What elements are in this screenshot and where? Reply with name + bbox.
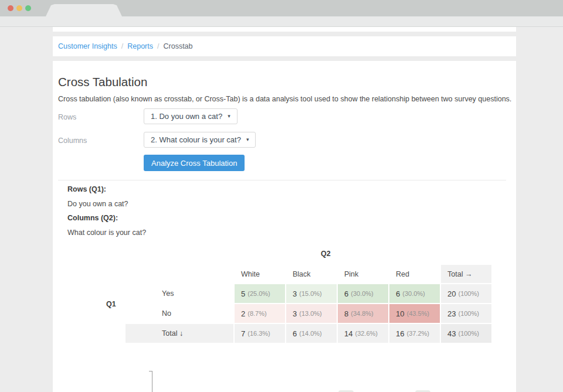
cell-percent: (32.6%) (355, 330, 378, 337)
cell-count: 8 (344, 309, 348, 318)
cell-count: 6 (344, 289, 348, 298)
table-cell-total: 23 (100%) (441, 304, 491, 323)
breadcrumb-link-reports[interactable]: Reports (127, 42, 153, 50)
cell-count: 16 (396, 329, 404, 338)
table-cell: 6 (30.0%) (389, 284, 440, 303)
breadcrumb-link-customer-insights[interactable]: Customer Insights (58, 42, 117, 50)
cell-count: 43 (447, 329, 456, 338)
chart-axis-tick (149, 371, 152, 371)
cell-percent: (16.3%) (247, 330, 270, 337)
analyze-button[interactable]: Analyze Cross Tabulation (144, 155, 245, 171)
table-cell: 3 (15.0%) (286, 284, 337, 303)
summary-rows-heading: Rows (Q1): (67, 185, 106, 193)
cell-count: 6 (396, 289, 400, 298)
row-axis-label: Q1 (106, 300, 116, 308)
chart-y-axis (152, 371, 152, 392)
main-content: Cross Tabulation Cross tabulation (also … (53, 61, 516, 392)
summary-rows-question: Do you own a cat? (67, 200, 128, 208)
table-cell-grand-total: 43 (100%) (441, 324, 491, 343)
cell-count: 5 (241, 289, 245, 298)
minimize-button[interactable] (16, 5, 22, 11)
row-header-no: No (126, 304, 233, 323)
crosstab-table: White Black Pink Red Total → Yes 5 (25.0… (126, 265, 491, 343)
column-header-white: White (235, 265, 285, 283)
summary-columns-question: What colour is your cat? (67, 229, 146, 237)
rows-select-value: 1. Do you own a cat? (151, 112, 222, 121)
browser-titlebar (0, 0, 563, 16)
columns-select-value: 2. What colour is your cat? (151, 135, 241, 144)
rows-field-label: Rows (58, 113, 76, 121)
column-header-total: Total → (441, 265, 491, 283)
cell-count: 6 (293, 329, 297, 338)
table-cell: 6 (30.0%) (338, 284, 388, 303)
close-button[interactable] (8, 5, 13, 11)
page-description: Cross tabulation (also known as crosstab… (58, 95, 511, 103)
cell-percent: (100%) (458, 290, 479, 297)
cell-count: 2 (241, 309, 245, 318)
column-axis-label: Q2 (321, 250, 331, 258)
columns-field-label: Columns (58, 137, 87, 145)
rows-select[interactable]: 1. Do you own a cat? ▾ (144, 108, 238, 124)
cell-percent: (37.2%) (406, 330, 429, 337)
table-cell: 8 (34.8%) (338, 304, 388, 323)
breadcrumb-separator: / (121, 42, 123, 50)
section-divider (58, 180, 506, 180)
table-cell: 10 (43.5%) (389, 304, 440, 323)
table-cell: 5 (25.0%) (235, 284, 285, 303)
page-top-strip (53, 27, 516, 32)
row-header-yes: Yes (126, 284, 233, 303)
cell-count: 10 (396, 309, 404, 318)
table-cell-total: 14 (32.6%) (338, 324, 388, 343)
columns-select[interactable]: 2. What colour is your cat? ▾ (144, 132, 256, 148)
breadcrumb: Customer Insights / Reports / Crosstab (53, 36, 516, 56)
cell-percent: (34.8%) (351, 310, 374, 317)
table-cell-total: 7 (16.3%) (235, 324, 285, 343)
cell-count: 3 (293, 309, 297, 318)
cell-percent: (100%) (458, 330, 479, 337)
cell-percent: (13.0%) (299, 310, 322, 317)
cell-count: 20 (447, 289, 456, 298)
cell-percent: (8.7%) (247, 310, 266, 317)
table-cell: 3 (13.0%) (286, 304, 337, 323)
cell-count: 14 (344, 329, 352, 338)
chevron-down-icon: ▾ (246, 137, 249, 142)
chevron-down-icon: ▾ (228, 114, 230, 119)
browser-toolbar (0, 16, 563, 27)
cell-percent: (43.5%) (406, 310, 429, 317)
cell-percent: (14.0%) (299, 330, 322, 337)
cell-percent: (30.0%) (351, 290, 374, 297)
table-cell: 2 (8.7%) (235, 304, 285, 323)
row-header-total: Total ↓ (126, 324, 233, 343)
column-header-black: Black (286, 265, 337, 283)
cell-percent: (100%) (458, 310, 479, 317)
cell-count: 23 (447, 309, 456, 318)
page-title: Cross Tabulation (58, 75, 147, 89)
cell-count: 3 (293, 289, 297, 298)
browser-tab[interactable] (46, 4, 122, 16)
cell-percent: (25.0%) (247, 290, 270, 297)
table-corner-spacer (126, 265, 233, 283)
breadcrumb-current: Crosstab (163, 42, 192, 50)
table-cell-total: 20 (100%) (441, 284, 491, 303)
zoom-button[interactable] (25, 5, 31, 11)
cell-count: 7 (241, 329, 245, 338)
breadcrumb-separator: / (157, 42, 159, 50)
summary-columns-heading: Columns (Q2): (67, 214, 118, 222)
browser-window: Customer Insights / Reports / Crosstab C… (0, 0, 563, 392)
column-header-red: Red (389, 265, 440, 283)
column-header-pink: Pink (338, 265, 388, 283)
table-cell-total: 16 (37.2%) (389, 324, 440, 343)
cell-percent: (15.0%) (299, 290, 322, 297)
table-cell-total: 6 (14.0%) (286, 324, 337, 343)
cell-percent: (30.0%) (402, 290, 425, 297)
